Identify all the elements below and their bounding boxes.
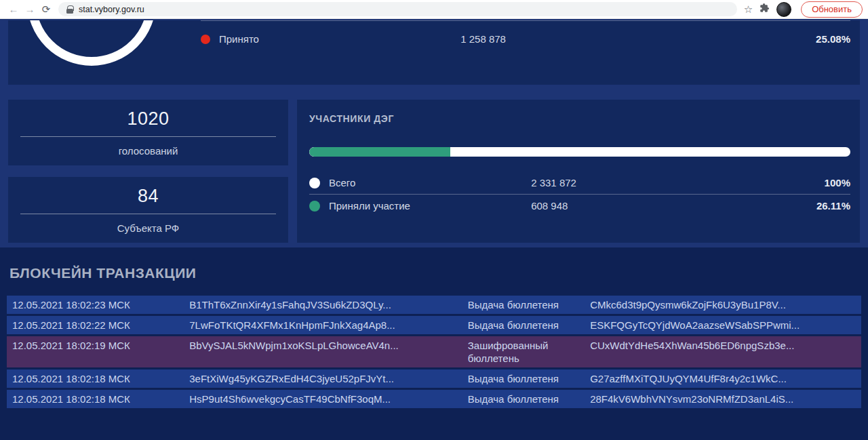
summary-card: Принято 1 258 878 25.08% (8, 20, 860, 85)
votings-card: 1020 голосований (8, 100, 288, 165)
took-part-row: Приняли участие 608 948 26.11% (309, 194, 850, 217)
votings-label: голосований (119, 145, 178, 157)
divider (20, 136, 276, 137)
divider (20, 214, 276, 214)
transaction-row-highlighted[interactable]: 12.05.2021 18:02:19 МСК BbVySJAL5kNWpjm1… (7, 336, 861, 367)
participants-title: УЧАСТНИКИ ДЭГ (309, 113, 850, 124)
lock-icon (66, 5, 73, 14)
tx-timestamp: 12.05.2021 18:02:18 МСК (12, 372, 189, 385)
accepted-value: 1 258 878 (460, 33, 688, 45)
took-part-label: Приняли участие (329, 200, 410, 212)
regions-label: Субъекта РФ (117, 222, 180, 234)
took-part-percent: 26.11% (715, 200, 850, 212)
tx-type: Выдача бюллетеня (468, 319, 590, 332)
transaction-row[interactable]: 12.05.2021 18:02:23 МСК B1ThT6xZnnXir4y1… (7, 296, 861, 314)
transactions-list: 12.05.2021 18:02:23 МСК B1ThT6xZnnXir4y1… (0, 296, 868, 408)
accepted-percent: 25.08% (688, 33, 850, 45)
page-body: Принято 1 258 878 25.08% 1020 голосовани… (0, 19, 868, 440)
tx-hash-2: CMkc6d3t9pQysmw6kZojFk6U3yBu1P8V... (590, 298, 856, 311)
refresh-page-button[interactable]: Обновить (801, 1, 863, 18)
bookmark-star-icon[interactable]: ☆ (744, 4, 753, 14)
extensions-icon[interactable] (760, 3, 770, 16)
total-dot-icon (309, 178, 320, 188)
transaction-row[interactable]: 12.05.2021 18:02:18 МСК HsP9ut4Sh6wvekgc… (7, 390, 861, 408)
profile-avatar[interactable] (776, 2, 791, 17)
tx-timestamp: 12.05.2021 18:02:23 МСК (12, 298, 189, 311)
tx-timestamp: 12.05.2021 18:02:19 МСК (12, 339, 189, 352)
transaction-row[interactable]: 12.05.2021 18:02:22 МСК 7LwFoTKtQR4XFMx1… (7, 316, 861, 334)
accepted-dot-icon (201, 35, 210, 44)
tx-type: Выдача бюллетеня (468, 372, 590, 385)
tx-type: Зашифрованный бюллетень (468, 339, 590, 365)
accepted-row: Принято 1 258 878 25.08% (201, 33, 850, 45)
participants-card: УЧАСТНИКИ ДЭГ Всего 2 331 872 100% Приня (297, 100, 860, 243)
refresh-icon[interactable]: ⟳ (38, 2, 54, 17)
tx-type: Выдача бюллетеня (468, 298, 590, 311)
took-part-dot-icon (309, 201, 320, 212)
total-value: 2 331 872 (531, 177, 715, 188)
tx-hash: HsP9ut4Sh6wvekgcyCasTF49CbNfF3oqM... (189, 393, 468, 405)
tx-hash-2: CUxWdtYdHe54XhWan45b6ED6npgSzb3e... (590, 339, 856, 352)
total-row: Всего 2 331 872 100% (309, 172, 850, 194)
participation-progress-bar (309, 147, 850, 157)
url-text[interactable]: stat.vybory.gov.ru (79, 5, 144, 14)
accepted-label: Принято (219, 33, 259, 45)
donut-chart-ring (27, 20, 156, 66)
back-icon[interactable]: ← (5, 2, 22, 17)
tx-hash: BbVySJAL5kNWpjm1xoKSLpLGhowceAV4n... (189, 339, 468, 352)
tx-hash: 7LwFoTKtQR4XFMx1KnHpmFJnkXag4Ap8... (189, 319, 468, 332)
regions-card: 84 Субъекта РФ (8, 177, 288, 243)
tx-hash-2: ESKFQGyTcQYjdWoA2aazseWSabSPPwmi... (590, 319, 856, 332)
tx-hash: B1ThT6xZnnXir4y1sFahqJV3Su6kZD3QLy... (189, 298, 468, 311)
blockchain-title: БЛОКЧЕЙН ТРАНЗАКЦИИ (9, 265, 868, 281)
progress-fill (309, 147, 450, 157)
tx-hash: 3eFtXiWg45yKGZRxEdH4C3jyeU52pFJvYt... (189, 372, 468, 385)
forward-icon[interactable]: → (22, 2, 38, 17)
tx-timestamp: 12.05.2021 18:02:18 МСК (12, 393, 189, 405)
tx-type: Выдача бюллетеня (468, 393, 590, 405)
address-bar[interactable]: stat.vybory.gov.ru (58, 2, 737, 16)
browser-toolbar: ← → ⟳ stat.vybory.gov.ru ☆ Обновить (0, 0, 868, 19)
total-label: Всего (329, 177, 355, 188)
votings-count: 1020 (127, 108, 169, 129)
transaction-row[interactable]: 12.05.2021 18:02:18 МСК 3eFtXiWg45yKGZRx… (7, 369, 861, 388)
blockchain-section: БЛОКЧЕЙН ТРАНЗАКЦИИ 12.05.2021 18:02:23 … (0, 247, 868, 440)
tx-timestamp: 12.05.2021 18:02:22 МСК (12, 319, 189, 332)
took-part-value: 608 948 (531, 200, 715, 212)
regions-count: 84 (138, 186, 159, 207)
tx-hash-2: G27azffMXiTQJUyQYM4UfF8r4y2c1WkC... (590, 372, 856, 385)
total-percent: 100% (715, 177, 850, 188)
tx-hash-2: 28F4kV6WbhVNYsvm23oNRMfZD3anL4iS... (590, 393, 856, 405)
